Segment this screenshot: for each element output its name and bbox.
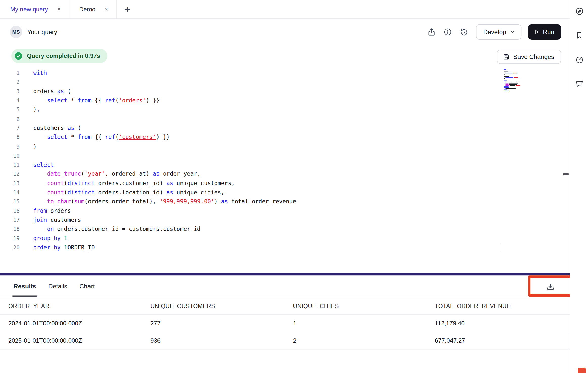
line-number[interactable]: 1 — [0, 70, 20, 76]
share-icon[interactable] — [424, 25, 439, 39]
status-text: Query completed in 0.97s — [27, 53, 100, 59]
alert-badge[interactable] — [578, 368, 586, 373]
code-line[interactable]: 19group by 1 — [0, 234, 570, 243]
code-line[interactable]: 20order by 1ORDER_ID — [0, 243, 570, 252]
run-button[interactable]: Run — [528, 24, 561, 39]
code-line[interactable]: 9) — [0, 142, 570, 151]
tab-chart[interactable]: Chart — [79, 275, 95, 297]
code-line[interactable]: 12 date_trunc('year', ordered_at) as ord… — [0, 169, 570, 178]
code-text: ) — [33, 143, 37, 150]
code-line[interactable]: 2 — [0, 78, 570, 87]
tab-label: Demo — [79, 6, 95, 13]
column-header: UNIQUE_CITIES — [293, 302, 435, 309]
close-icon[interactable]: ✕ — [57, 7, 61, 12]
tab-label: My new query — [10, 6, 48, 13]
save-changes-button[interactable]: Save Changes — [497, 50, 561, 64]
results-table: ORDER_YEARUNIQUE_CUSTOMERSUNIQUE_CITIEST… — [0, 297, 570, 349]
code-line[interactable]: 5), — [0, 105, 570, 114]
close-icon[interactable]: ✕ — [104, 7, 108, 12]
save-icon — [502, 53, 510, 60]
line-number[interactable]: 17 — [0, 217, 20, 223]
line-number[interactable]: 18 — [0, 226, 20, 232]
feedback-icon[interactable] — [570, 76, 588, 92]
line-number[interactable]: 4 — [0, 98, 20, 104]
line-number[interactable]: 19 — [0, 235, 20, 241]
code-line[interactable]: 4 select * from {{ ref('orders') }} — [0, 96, 570, 105]
code-line[interactable]: 10 — [0, 151, 570, 160]
code-line[interactable]: 18 on orders.customer_id = customers.cus… — [0, 224, 570, 234]
code-lines: 1with23orders as (4 select * from {{ ref… — [0, 68, 570, 252]
tab-my-new-query[interactable]: My new query ✕ — [0, 0, 69, 18]
bookmark-icon[interactable] — [570, 27, 588, 43]
minimap[interactable] — [502, 68, 526, 94]
tab-results[interactable]: Results — [14, 275, 36, 297]
results-table-header: ORDER_YEARUNIQUE_CUSTOMERSUNIQUE_CITIEST… — [0, 297, 570, 315]
table-cell: 1 — [293, 320, 435, 327]
develop-dropdown[interactable]: Develop — [476, 24, 521, 39]
plus-icon: + — [125, 4, 130, 15]
results-tabs: ResultsDetailsChart — [14, 275, 95, 297]
code-text: with — [33, 69, 47, 76]
code-text: group by 1 — [33, 235, 67, 242]
line-number[interactable]: 5 — [0, 107, 20, 113]
code-line[interactable]: 16from orders — [0, 206, 570, 215]
line-number[interactable]: 9 — [0, 144, 20, 150]
line-number[interactable]: 10 — [0, 153, 20, 159]
code-line[interactable]: 8 select * from {{ ref('customers') }} — [0, 133, 570, 142]
code-line[interactable]: 3orders as ( — [0, 87, 570, 96]
code-editor[interactable]: 1with23orders as (4 select * from {{ ref… — [0, 68, 570, 273]
history-icon[interactable] — [457, 25, 471, 39]
code-line[interactable]: 17join customers — [0, 215, 570, 224]
scrollbar-marker[interactable] — [563, 173, 569, 175]
line-number[interactable]: 7 — [0, 125, 20, 131]
code-line[interactable]: 11select — [0, 160, 570, 169]
code-text: orders as ( — [33, 88, 71, 95]
column-header: UNIQUE_CUSTOMERS — [150, 302, 293, 309]
column-header: ORDER_YEAR — [8, 302, 150, 309]
code-text: join customers — [33, 217, 81, 223]
code-line[interactable]: 7customers as ( — [0, 124, 570, 133]
code-text: date_trunc('year', ordered_at) as order_… — [33, 171, 201, 177]
line-number[interactable]: 15 — [0, 199, 20, 205]
code-line[interactable]: 15 to_char(sum(orders.order_total), '999… — [0, 197, 570, 206]
code-text: select * from {{ ref('orders') }} — [33, 97, 160, 104]
main-area: My new query ✕ Demo ✕ + MS Your query — [0, 0, 570, 373]
table-cell: 936 — [150, 337, 293, 344]
panel-divider[interactable] — [0, 273, 570, 275]
download-results-button[interactable] — [541, 280, 560, 294]
line-number[interactable]: 20 — [0, 244, 20, 250]
tab-demo[interactable]: Demo ✕ — [69, 0, 117, 18]
page-title: Your query — [27, 28, 57, 35]
line-number[interactable]: 16 — [0, 208, 20, 214]
code-line[interactable]: 14 count(distinct orders.location_id) as… — [0, 188, 570, 197]
line-number[interactable]: 12 — [0, 171, 20, 177]
new-tab-button[interactable]: + — [117, 0, 139, 18]
code-text: select * from {{ ref('customers') }} — [33, 134, 170, 141]
check-circle-icon — [14, 52, 23, 60]
run-label: Run — [543, 28, 554, 35]
compass-icon[interactable] — [570, 3, 588, 20]
line-number[interactable]: 13 — [0, 180, 20, 186]
line-number[interactable]: 6 — [0, 116, 20, 122]
table-cell: 2025-01-01T00:00:00.000Z — [8, 337, 150, 344]
code-text: count(distinct orders.customer_id) as un… — [33, 180, 235, 186]
code-line[interactable]: 1with — [0, 68, 570, 78]
tab-details[interactable]: Details — [48, 275, 67, 297]
code-text: count(distinct orders.location_id) as un… — [33, 189, 224, 196]
line-number[interactable]: 2 — [0, 79, 20, 85]
line-number[interactable]: 14 — [0, 189, 20, 195]
query-header: MS Your query — [0, 19, 570, 45]
table-cell: 112,179.40 — [435, 320, 570, 327]
line-number[interactable]: 3 — [0, 88, 20, 95]
code-line[interactable]: 13 count(distinct orders.customer_id) as… — [0, 179, 570, 188]
info-icon[interactable] — [441, 25, 455, 39]
line-number[interactable]: 11 — [0, 162, 20, 168]
code-text: on orders.customer_id = customers.custom… — [33, 226, 201, 232]
code-line[interactable]: 6 — [0, 114, 570, 123]
table-cell: 677,047.27 — [435, 337, 570, 344]
table-row: 2024-01-01T00:00:00.000Z2771112,179.40 — [0, 315, 570, 332]
develop-label: Develop — [483, 28, 506, 35]
avatar: MS — [10, 26, 22, 38]
timer-icon[interactable] — [570, 51, 588, 68]
line-number[interactable]: 8 — [0, 134, 20, 140]
